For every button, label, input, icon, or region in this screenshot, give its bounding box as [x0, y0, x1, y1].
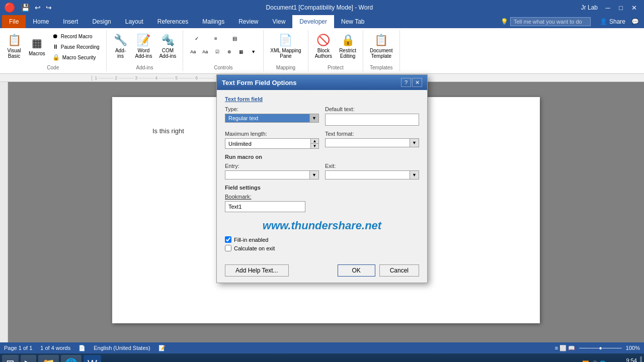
dialog-overlay: Text Form Field Options ? ✕ Text form fi… — [0, 0, 644, 362]
max-length-input[interactable] — [225, 139, 310, 148]
dialog-title-controls: ? ✕ — [401, 78, 422, 87]
entry-arrow[interactable]: ▼ — [309, 171, 318, 179]
default-text-input[interactable] — [325, 114, 419, 126]
bookmark-label: Bookmark: — [225, 194, 419, 200]
bookmark-row: Bookmark: — [225, 194, 419, 212]
dialog-footer: Add Help Text... OK Cancel — [217, 259, 427, 283]
max-length-spinbox: ▲ ▼ — [225, 138, 319, 149]
type-select-wrapper: Regular text ▼ — [225, 114, 319, 123]
bookmark-underline-label: Bookmark: — [225, 194, 252, 200]
add-help-text-button[interactable]: Add Help Text... — [225, 264, 289, 277]
dialog-footer-buttons: OK Cancel — [338, 264, 419, 277]
type-label: Type: — [225, 106, 319, 112]
fill-in-label: Fill-in enabled — [234, 237, 268, 243]
dialog-title: Text Form Field Options — [222, 79, 297, 86]
fill-in-row: Fill-in enabled — [225, 236, 419, 243]
max-length-label: Maximum length: — [225, 131, 319, 137]
dialog-body: Text form field Type: Regular text ▼ Def… — [217, 90, 427, 259]
field-settings-title: Field settings — [225, 185, 419, 191]
dialog-help-button[interactable]: ? — [401, 78, 411, 87]
run-macro-label: Run macro on — [225, 154, 419, 160]
type-select-value[interactable]: Regular text — [225, 114, 309, 122]
default-text-label: Default text: — [325, 106, 419, 112]
exit-arrow[interactable]: ▼ — [410, 171, 419, 179]
ok-button[interactable]: OK — [338, 264, 375, 277]
calculate-checkbox[interactable] — [225, 245, 231, 251]
calculate-label: Calculate on exit — [234, 245, 275, 251]
spinbox-buttons: ▲ ▼ — [310, 139, 318, 148]
fill-in-checkbox[interactable] — [225, 236, 231, 243]
entry-input[interactable] — [225, 171, 309, 179]
bookmark-input[interactable] — [225, 201, 305, 212]
type-default-row: Type: Regular text ▼ Default text: — [225, 106, 419, 126]
exit-label: Exit: — [325, 163, 419, 169]
text-format-arrow[interactable]: ▼ — [410, 139, 419, 147]
entry-combo: ▼ — [225, 170, 319, 179]
calculate-row: Calculate on exit — [225, 245, 419, 251]
type-select-arrow[interactable]: ▼ — [309, 114, 318, 122]
cancel-button[interactable]: Cancel — [379, 264, 419, 277]
entry-label: Entry: — [225, 163, 319, 169]
exit-combo: ▼ — [325, 170, 419, 179]
max-length-field: Maximum length: ▲ ▼ — [225, 131, 319, 149]
dialog-section-title: Text form field — [225, 96, 419, 102]
maxlength-format-row: Maximum length: ▲ ▼ Text format: ▼ — [225, 131, 419, 149]
text-format-combo: ▼ — [325, 138, 419, 147]
run-macro-section: Run macro on Entry: ▼ Exit: ▼ — [225, 154, 419, 179]
entry-field: Entry: ▼ — [225, 163, 319, 179]
field-settings-section: Field settings Bookmark: www.thundershar… — [225, 185, 419, 251]
spinbox-down[interactable]: ▼ — [310, 143, 318, 148]
dialog-close-button[interactable]: ✕ — [412, 78, 422, 87]
exit-field: Exit: ▼ — [325, 163, 419, 179]
dialog-title-bar: Text Form Field Options ? ✕ — [217, 75, 427, 90]
type-field: Type: Regular text ▼ — [225, 106, 319, 126]
text-form-field-dialog: Text Form Field Options ? ✕ Text form fi… — [216, 74, 428, 283]
text-format-input[interactable] — [326, 139, 410, 147]
text-format-label: Text format: — [325, 131, 419, 137]
spinbox-up[interactable]: ▲ — [310, 139, 318, 143]
exit-input[interactable] — [326, 171, 410, 179]
entry-exit-row: Entry: ▼ Exit: ▼ — [225, 163, 419, 179]
default-text-field: Default text: — [325, 106, 419, 126]
watermark-text: www.thundershare.net — [225, 215, 419, 236]
text-format-field: Text format: ▼ — [325, 131, 419, 149]
